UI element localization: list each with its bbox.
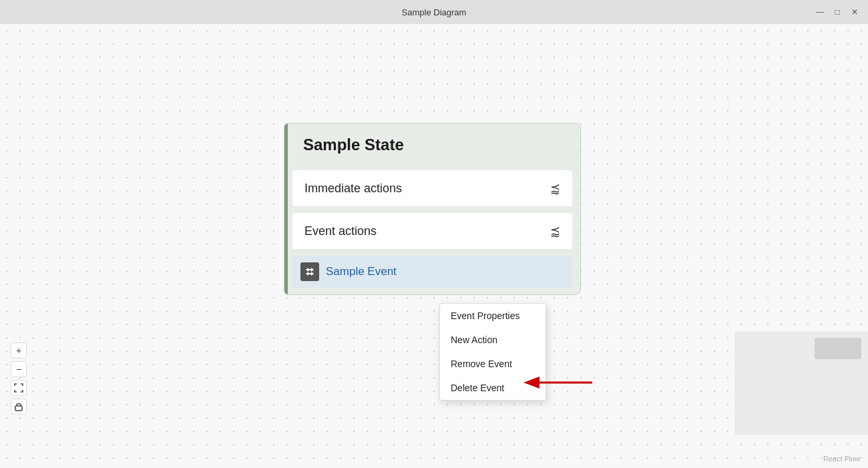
state-accent [284,124,288,294]
arrow-indicator [522,376,596,392]
state-title-bar: Sample State [284,124,580,164]
immediate-actions-chevron: ⪷ [550,181,560,196]
title-bar: Sample Diagram — □ ✕ [0,0,868,24]
side-panel-inner [815,338,861,359]
zoom-in-button[interactable]: + [11,342,27,359]
window-title: Sample Diagram [402,7,467,17]
lock-button[interactable] [11,399,27,415]
side-panel [734,331,868,435]
immediate-actions-section[interactable]: Immediate actions ⪷ [292,170,572,206]
watermark: React Flow [823,455,860,463]
context-menu-event-properties[interactable]: Event Properties [440,304,546,328]
event-label: Sample Event [326,265,397,278]
event-actions-chevron: ⪷ [550,224,560,238]
fit-view-button[interactable] [11,380,27,396]
event-actions-label: Event actions [304,224,377,238]
event-icon [300,262,319,281]
close-button[interactable]: ✕ [849,7,860,17]
context-menu-new-action[interactable]: New Action [440,328,546,352]
minimize-button[interactable]: — [815,7,825,17]
sample-event-row[interactable]: Sample Event [292,256,572,288]
immediate-actions-label: Immediate actions [304,182,402,196]
event-actions-section[interactable]: Event actions ⪷ [292,213,572,249]
zoom-controls: + − [11,342,27,415]
context-menu-remove-event[interactable]: Remove Event [440,352,546,376]
zoom-out-button[interactable]: − [11,361,27,377]
svg-rect-2 [15,406,22,411]
diagram-canvas: Sample State Immediate actions ⪷ Event a… [0,24,868,468]
state-title: Sample State [298,136,404,154]
state-node: Sample State Immediate actions ⪷ Event a… [284,123,581,295]
maximize-button[interactable]: □ [832,7,843,17]
window-controls: — □ ✕ [815,7,860,17]
